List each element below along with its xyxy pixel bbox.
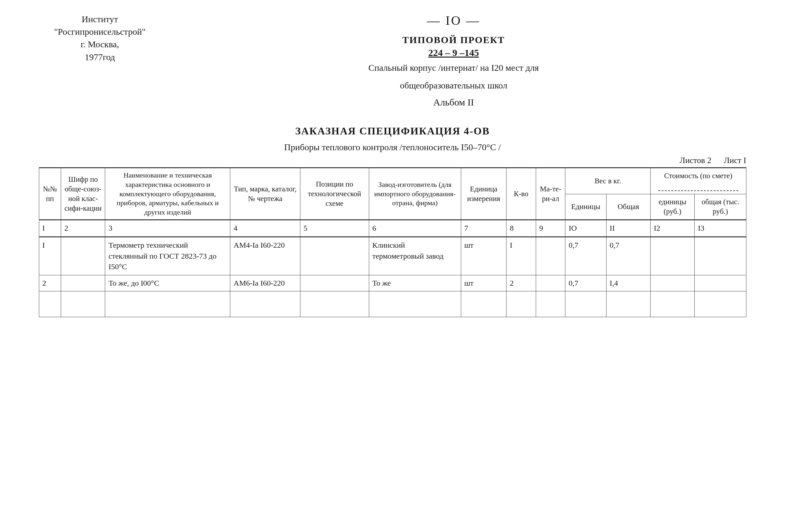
num-col1: I	[39, 220, 61, 237]
row2-cipher	[61, 275, 105, 292]
row2-type: АМ6-Ia I60-220	[230, 275, 300, 292]
row1-pos	[300, 237, 369, 275]
row1-weight-unit: 0,7	[565, 237, 606, 275]
page-number: — IO —	[174, 13, 734, 28]
empty-col11	[606, 292, 650, 317]
row2-mat	[536, 275, 565, 292]
center-header: — IO — ТИПОВОЙ ПРОЕКТ 224 – 9 –145 Спаль…	[161, 13, 746, 116]
num-col12: I2	[650, 220, 694, 237]
row2-weight-unit: 0,7	[565, 275, 606, 292]
institute-name-line2: "Росгипронисельстрой"	[39, 25, 161, 38]
row1-qty: I	[507, 237, 536, 275]
header-cost-total: общая (тыс. руб.)	[694, 194, 746, 220]
empty-col8	[507, 292, 536, 317]
left-header: Институт "Росгипронисельстрой" г. Москва…	[39, 13, 161, 64]
num-col13: I3	[694, 220, 746, 237]
header-col9: Ма-те-ри-ал	[536, 168, 565, 220]
row1-cipher	[61, 237, 105, 275]
row1-unit: шт	[461, 237, 507, 275]
city-line: г. Москва,	[39, 38, 161, 51]
row2-unit: шт	[461, 275, 507, 292]
row1-mat	[536, 237, 565, 275]
empty-col7	[461, 292, 507, 317]
row1-cost-unit	[650, 237, 694, 275]
table-number-row: I 2 3 4 5 6 7 8 9 IO II I2 I3	[39, 220, 746, 237]
header-weight-unit: Единицы	[565, 194, 606, 220]
sheets-count: Листов 2	[680, 156, 711, 165]
header-col1: №№ пп	[39, 168, 61, 220]
year-line: 1977год	[39, 51, 161, 64]
empty-col3	[105, 292, 230, 317]
row1-type: АМ4-Ia I60-220	[230, 237, 300, 275]
empty-col6	[369, 292, 461, 317]
main-table: №№ пп Шифр по обще-союз-ной клас-сифи-ка…	[39, 167, 746, 317]
table-row: 2 То же, до I00°С АМ6-Ia I60-220 То же ш…	[39, 275, 746, 292]
num-col4: 4	[230, 220, 300, 237]
empty-col13	[694, 292, 746, 317]
project-title-label: ТИПОВОЙ ПРОЕКТ	[174, 34, 734, 45]
empty-col4	[230, 292, 300, 317]
project-desc-line2: общеобразовательных школ	[174, 79, 734, 92]
row2-name: То же, до I00°С	[105, 275, 230, 292]
empty-col2	[61, 292, 105, 317]
row2-qty: 2	[507, 275, 536, 292]
row2-pos	[300, 275, 369, 292]
row1-name: Термометр технический стеклянный по ГОСТ…	[105, 237, 230, 275]
page-container: Институт "Росгипронисельстрой" г. Москва…	[39, 13, 746, 317]
num-col11: II	[606, 220, 650, 237]
project-desc-line1: Спальный корпус /интернат/ на I20 мест д…	[174, 61, 734, 74]
header-col3: Наименование и техническая характеристик…	[105, 168, 230, 220]
row1-factory: Клинский термометровый завод	[369, 237, 461, 275]
header-col10-group: Вес в кг.	[565, 168, 651, 194]
table-row	[39, 292, 746, 317]
row1-num: I	[39, 237, 61, 275]
row2-num: 2	[39, 275, 61, 292]
header-col12-group: Стоимость (по смете)	[650, 168, 746, 194]
header-col8: К-во	[507, 168, 536, 220]
header-col5: Позиции по технологической схеме	[300, 168, 369, 220]
album-label: Альбом II	[174, 97, 734, 108]
num-col3: 3	[105, 220, 230, 237]
empty-col9	[536, 292, 565, 317]
empty-col5	[300, 292, 369, 317]
header-col6: Завод-изготовитель (для импортного обору…	[369, 168, 461, 220]
project-number: 224 – 9 –145	[174, 47, 734, 58]
spec-subtitle: Приборы теплового контроля /теплоносител…	[39, 142, 746, 152]
num-col2: 2	[61, 220, 105, 237]
row1-weight-total: 0,7	[606, 237, 650, 275]
sheets-info: Листов 2 Лист I	[39, 156, 746, 165]
num-col10: IO	[565, 220, 606, 237]
institute-name-line1: Институт	[39, 13, 161, 25]
header-col4: Тип, марка, каталог, № чертежа	[230, 168, 300, 220]
header-area: Институт "Росгипронисельстрой" г. Москва…	[39, 13, 746, 116]
header-col7: Единица измерения	[461, 168, 507, 220]
header-cost-unit: единицы (руб.)	[650, 194, 694, 220]
num-col8: 8	[507, 220, 536, 237]
row2-cost-total	[694, 275, 746, 292]
table-header-row: №№ пп Шифр по обще-союз-ной клас-сифи-ка…	[39, 168, 746, 194]
empty-col12	[650, 292, 694, 317]
num-col5: 5	[300, 220, 369, 237]
spec-title: ЗАКАЗНАЯ СПЕЦИФИКАЦИЯ 4-ОВ	[39, 125, 746, 137]
header-weight-total: Общая	[606, 194, 650, 220]
table-row: I Термометр технический стеклянный по ГО…	[39, 237, 746, 275]
row2-cost-unit	[650, 275, 694, 292]
row2-factory: То же	[369, 275, 461, 292]
num-col7: 7	[461, 220, 507, 237]
empty-col10	[565, 292, 606, 317]
header-col2: Шифр по обще-союз-ной клас-сифи-кации	[61, 168, 105, 220]
row2-weight-total: I,4	[606, 275, 650, 292]
row1-cost-total	[694, 237, 746, 275]
num-col9: 9	[536, 220, 565, 237]
sheet-current: Лист I	[724, 156, 746, 165]
empty-col1	[39, 292, 61, 317]
num-col6: 6	[369, 220, 461, 237]
